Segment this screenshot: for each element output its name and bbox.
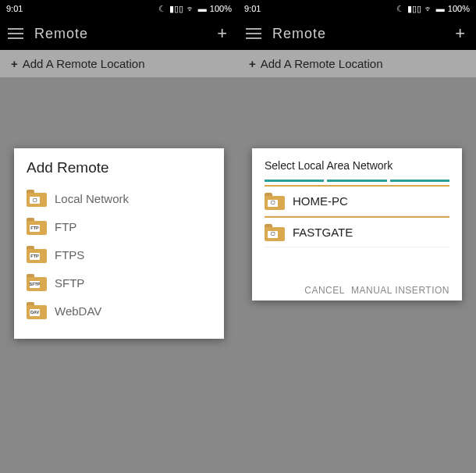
remote-option-ftps[interactable]: FTP FTPS [27,240,211,269]
statusbar: 9:01 ☾ ▮▯▯ ᯤ ▬ 100% [0,0,238,17]
app-title: Remote [34,26,214,42]
network-item-fastgate[interactable]: ▢ FASTGATE [265,216,449,247]
network-list: ▢ HOME-PC ▢ FASTGATE [265,185,449,247]
phone-right: 9:01 ☾ ▮▯▯ ᯤ ▬ 100% Remote + + Add A Rem… [238,0,476,473]
plus-icon: + [11,57,18,70]
moon-icon: ☾ [158,4,166,14]
status-time: 9:01 [244,4,261,13]
folder-icon: FTP [27,246,47,263]
content-area: Select Local Area Network ▢ HOME-PC ▢ FA… [238,78,476,473]
battery-icon: ▬ [198,4,207,13]
network-label: FASTGATE [293,226,353,239]
appbar: Remote + [238,17,476,50]
folder-icon: ▢ [265,193,285,210]
menu-icon[interactable] [246,28,261,39]
battery-pct: 100% [448,4,470,13]
add-button[interactable]: + [214,23,230,44]
remote-option-ftp[interactable]: FTP FTP [27,212,211,240]
wifi-icon: ᯤ [186,4,195,13]
signal-icon: ▮▯▯ [407,4,421,14]
dialog-footer: CANCEL MANUAL INSERTION [265,247,449,296]
status-icons: ☾ ▮▯▯ ᯤ ▬ 100% [158,4,232,14]
folder-icon: SFTP [27,274,47,291]
subheader-label: Add A Remote Location [261,57,383,70]
remote-option-webdav[interactable]: DAV WebDAV [27,297,211,325]
manual-insertion-button[interactable]: MANUAL INSERTION [351,285,449,296]
dialog-title: Select Local Area Network [265,159,449,172]
add-remote-location-button[interactable]: + Add A Remote Location [238,50,476,78]
remote-option-local-network[interactable]: ▢ Local Network [27,184,211,212]
battery-pct: 100% [210,4,232,13]
folder-icon: ▢ [265,224,285,241]
moon-icon: ☾ [396,4,404,14]
wifi-icon: ᯤ [424,4,433,13]
folder-icon: DAV [27,302,47,319]
status-time: 9:01 [6,4,23,13]
phone-left: 9:01 ☾ ▮▯▯ ᯤ ▬ 100% Remote + + Add A Rem… [0,0,238,473]
signal-icon: ▮▯▯ [169,4,183,14]
cancel-button[interactable]: CANCEL [304,285,345,296]
option-label: Local Network [55,192,129,205]
tab-indicator [265,180,449,182]
appbar: Remote + [0,17,238,50]
select-network-dialog: Select Local Area Network ▢ HOME-PC ▢ FA… [252,148,462,301]
option-label: FTP [55,220,76,233]
battery-icon: ▬ [436,4,445,13]
network-item-home-pc[interactable]: ▢ HOME-PC [265,185,449,216]
dialog-title: Add Remote [27,159,211,176]
app-title: Remote [272,26,452,42]
folder-icon: ▢ [27,190,47,207]
add-remote-location-button[interactable]: + Add A Remote Location [0,50,238,78]
add-remote-dialog: Add Remote ▢ Local Network FTP FTP FTP F… [14,148,224,339]
folder-icon: FTP [27,218,47,235]
remote-option-sftp[interactable]: SFTP SFTP [27,269,211,297]
option-label: FTPS [55,248,84,261]
statusbar: 9:01 ☾ ▮▯▯ ᯤ ▬ 100% [238,0,476,17]
subheader-label: Add A Remote Location [23,57,145,70]
menu-icon[interactable] [8,28,23,39]
content-area: Add Remote ▢ Local Network FTP FTP FTP F… [0,78,238,473]
add-button[interactable]: + [452,23,468,44]
plus-icon: + [249,57,256,70]
network-label: HOME-PC [293,194,348,208]
option-label: WebDAV [55,304,101,318]
status-icons: ☾ ▮▯▯ ᯤ ▬ 100% [396,4,470,14]
option-label: SFTP [55,276,84,290]
